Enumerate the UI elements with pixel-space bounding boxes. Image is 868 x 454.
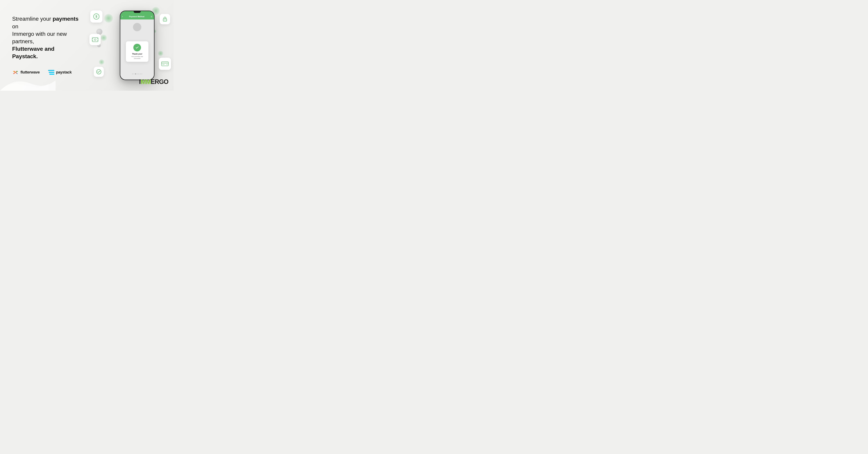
flutterwave-icon — [12, 69, 19, 76]
paystack-text: paystack — [56, 70, 72, 75]
money-float-icon — [89, 34, 101, 45]
thank-you-subtitle: Your purchase was successful — [129, 56, 146, 59]
phone-notch-bar — [120, 11, 154, 14]
check-float-icon — [94, 67, 104, 77]
paystack-icon — [48, 70, 54, 75]
paystack-logo: paystack — [48, 70, 72, 75]
svg-point-7 — [164, 20, 165, 20]
svg-text:$: $ — [95, 15, 97, 18]
svg-rect-14 — [161, 62, 168, 66]
flutterwave-logo: flutterwave — [12, 69, 40, 76]
phone-header: ‹ Payment Method ☰ — [120, 14, 154, 20]
svg-rect-8 — [92, 37, 98, 42]
phone-body: Thank you! Your purchase was successful — [120, 20, 154, 80]
svg-rect-16 — [162, 64, 164, 65]
right-content: $ — [87, 0, 174, 91]
partners-row: flutterwave paystack — [12, 69, 80, 76]
svg-rect-17 — [166, 64, 168, 65]
dollar-float-icon: $ — [90, 10, 102, 23]
blob-2 — [101, 35, 107, 41]
check-circle-icon — [96, 69, 102, 75]
dot-2 — [134, 74, 134, 74]
immergo-brand-text: IMMERGO — [139, 78, 168, 85]
money-icon — [92, 37, 98, 42]
success-check-circle — [133, 44, 141, 51]
success-checkmark-icon — [135, 46, 139, 50]
dot-7 — [142, 74, 142, 74]
dot-3 — [135, 74, 136, 74]
main-container: Streamline your payments on Immergo with… — [0, 0, 174, 91]
lock-icon — [162, 16, 168, 22]
immergo-mm: MM — [141, 78, 151, 85]
phone-notch — [134, 11, 141, 13]
phone-header-title: Payment Method — [123, 16, 151, 18]
dot-5 — [138, 74, 139, 74]
phone-mockup: ‹ Payment Method ☰ Th — [120, 10, 155, 80]
dot-6 — [140, 74, 141, 74]
blob-3 — [99, 59, 104, 65]
dot-4 — [137, 74, 138, 74]
blob-5 — [158, 51, 163, 56]
headline: Streamline your payments on Immergo with… — [12, 15, 80, 60]
immergo-logo: IMMERGO — [139, 78, 168, 85]
pagination-dots — [132, 74, 142, 74]
thank-you-card: Thank you! Your purchase was successful — [126, 41, 148, 62]
phone-inner: ‹ Payment Method ☰ Th — [120, 11, 154, 80]
svg-rect-1 — [48, 70, 54, 71]
thank-you-title: Thank you! — [129, 53, 146, 55]
dot-1 — [132, 74, 133, 74]
svg-rect-3 — [49, 74, 54, 75]
svg-point-9 — [94, 39, 96, 40]
card-icon — [161, 61, 169, 66]
flutterwave-text: flutterwave — [21, 70, 40, 75]
dollar-icon: $ — [93, 13, 100, 20]
card-float-icon — [159, 58, 171, 70]
svg-rect-2 — [49, 72, 54, 73]
blob-1 — [104, 14, 113, 23]
menu-icon: ☰ — [151, 16, 152, 18]
left-content: Streamline your payments on Immergo with… — [0, 5, 87, 86]
lock-float-icon — [160, 14, 170, 24]
profile-circle — [133, 23, 141, 31]
